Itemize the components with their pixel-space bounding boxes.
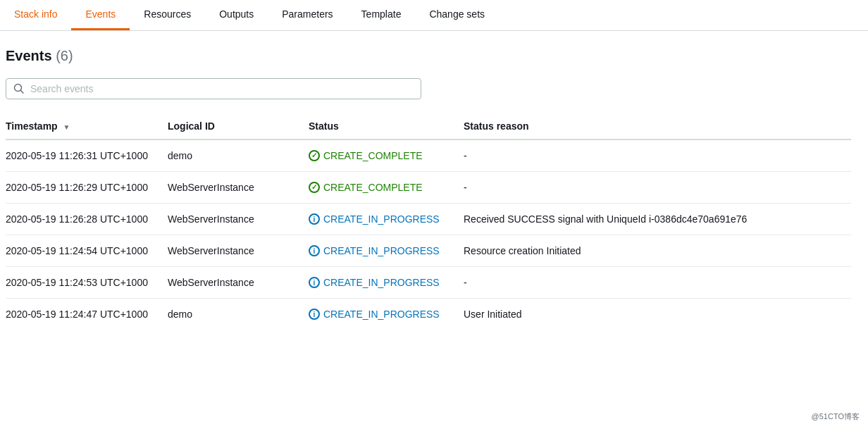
cell-timestamp: 2020-05-19 11:26:28 UTC+1000 (6, 204, 168, 235)
cell-timestamp: 2020-05-19 11:26:31 UTC+1000 (6, 139, 168, 172)
cell-status: i CREATE_IN_PROGRESS (309, 299, 464, 330)
cell-status: CREATE_COMPLETE (309, 172, 464, 204)
col-header-status: Status (309, 113, 464, 139)
check-circle-icon (309, 150, 320, 161)
table-header: Timestamp ▼ Logical ID Status Status rea… (6, 113, 851, 139)
cell-status: i CREATE_IN_PROGRESS (309, 267, 464, 299)
status-text: CREATE_IN_PROGRESS (323, 309, 440, 320)
cell-status-reason: - (464, 172, 851, 204)
nav-tabs: Stack infoEventsResourcesOutputsParamete… (0, 0, 868, 31)
table-row: 2020-05-19 11:24:47 UTC+1000demo i CREAT… (6, 299, 851, 330)
status-text: CREATE_COMPLETE (323, 182, 423, 193)
events-count: (6) (56, 48, 73, 63)
tab-outputs[interactable]: Outputs (205, 0, 268, 30)
cell-status-reason: - (464, 139, 851, 172)
svg-line-1 (21, 91, 24, 94)
cell-status-reason: - (464, 267, 851, 299)
table-row: 2020-05-19 11:26:28 UTC+1000WebServerIns… (6, 204, 851, 235)
table-row: 2020-05-19 11:24:54 UTC+1000WebServerIns… (6, 235, 851, 267)
search-input[interactable] (30, 83, 414, 94)
main-content: Events (6) Timestamp ▼ Logical ID Status… (0, 31, 868, 347)
page-title: Events (6) (6, 48, 851, 64)
status-text: CREATE_COMPLETE (323, 150, 423, 161)
search-container[interactable] (6, 78, 421, 99)
cell-timestamp: 2020-05-19 11:24:47 UTC+1000 (6, 299, 168, 330)
info-circle-icon: i (309, 245, 320, 256)
sort-icon-timestamp: ▼ (63, 123, 70, 131)
cell-timestamp: 2020-05-19 11:24:54 UTC+1000 (6, 235, 168, 267)
status-text: CREATE_IN_PROGRESS (323, 213, 440, 225)
cell-status-reason: Received SUCCESS signal with UniqueId i-… (464, 204, 851, 235)
page-title-text: Events (6, 48, 52, 63)
cell-status: i CREATE_IN_PROGRESS (309, 204, 464, 235)
col-header-status-reason: Status reason (464, 113, 851, 139)
cell-logical-id: demo (168, 299, 309, 330)
tab-stack-info[interactable]: Stack info (0, 0, 71, 30)
cell-status-reason: User Initiated (464, 299, 851, 330)
cell-logical-id: WebServerInstance (168, 267, 309, 299)
tab-events[interactable]: Events (71, 0, 130, 30)
cell-logical-id: WebServerInstance (168, 172, 309, 204)
table-row: 2020-05-19 11:26:29 UTC+1000WebServerIns… (6, 172, 851, 204)
events-table: Timestamp ▼ Logical ID Status Status rea… (6, 113, 851, 330)
col-header-timestamp[interactable]: Timestamp ▼ (6, 113, 168, 139)
tab-change-sets[interactable]: Change sets (415, 0, 499, 30)
table-row: 2020-05-19 11:24:53 UTC+1000WebServerIns… (6, 267, 851, 299)
cell-logical-id: WebServerInstance (168, 204, 309, 235)
cell-timestamp: 2020-05-19 11:24:53 UTC+1000 (6, 267, 168, 299)
check-circle-icon (309, 182, 320, 193)
status-text: CREATE_IN_PROGRESS (323, 277, 440, 288)
col-header-logical-id: Logical ID (168, 113, 309, 139)
info-circle-icon: i (309, 309, 320, 320)
search-icon (13, 83, 25, 94)
cell-logical-id: demo (168, 139, 309, 172)
cell-status: i CREATE_IN_PROGRESS (309, 235, 464, 267)
table-body: 2020-05-19 11:26:31 UTC+1000demo CREATE_… (6, 139, 851, 330)
tab-template[interactable]: Template (347, 0, 416, 30)
cell-timestamp: 2020-05-19 11:26:29 UTC+1000 (6, 172, 168, 204)
tab-parameters[interactable]: Parameters (268, 0, 347, 30)
info-circle-icon: i (309, 213, 320, 225)
cell-status: CREATE_COMPLETE (309, 139, 464, 172)
info-circle-icon: i (309, 277, 320, 288)
table-row: 2020-05-19 11:26:31 UTC+1000demo CREATE_… (6, 139, 851, 172)
status-text: CREATE_IN_PROGRESS (323, 245, 440, 256)
tab-resources[interactable]: Resources (130, 0, 205, 30)
cell-logical-id: WebServerInstance (168, 235, 309, 267)
cell-status-reason: Resource creation Initiated (464, 235, 851, 267)
